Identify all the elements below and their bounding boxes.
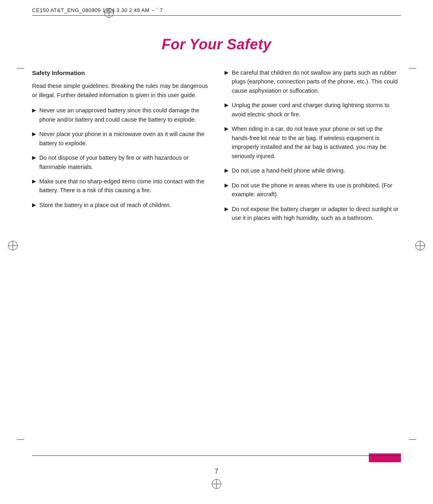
bullet-arrow-icon: ▶ [225,205,229,213]
bullet-text: Do not use a hand-held phone while drivi… [232,166,401,175]
bullet-arrow-icon: ▶ [225,181,229,189]
bullet-text: Be careful that children do not swallow … [232,68,401,95]
crosshair-mid-left [8,241,18,250]
page: CE150 AT&T_ENG_080909 1904.3.30 2:49 AM … [0,0,433,504]
intro-text: Read these simple guidelines. Breaking t… [32,81,208,100]
bullet-arrow-icon: ▶ [32,154,36,162]
footer-line [32,455,401,456]
accent-bar [369,453,401,462]
page-title: For Your Safety [0,36,433,53]
content-area: Safety Information Read these simple gui… [32,68,401,440]
bullet-text: Do not expose the battery charger or ada… [232,205,401,223]
list-item: ▶ Never place your phone in a microwave … [32,130,208,148]
bullet-text: Store the battery in a place out of reac… [39,201,208,209]
list-item: ▶ Do not dispose of your battery by fire… [32,153,208,171]
header-meta-text: CE150 AT&T_ENG_080909 1904.3.30 2:49 AM … [32,7,163,13]
bullet-arrow-icon: ▶ [32,201,36,209]
right-column: ▶ Be careful that children do not swallo… [225,68,401,440]
bullet-text: Never place your phone in a microwave ov… [39,130,208,148]
bullet-arrow-icon: ▶ [32,177,36,185]
bullet-text: Never use an unapproved battery since th… [39,106,208,124]
list-item: ▶ When riding in a car, do not leave you… [225,124,401,161]
list-item: ▶ Be careful that children do not swallo… [225,68,401,95]
page-number: 7 [215,468,219,475]
bullet-arrow-icon: ▶ [225,125,229,133]
list-item: ▶ Unplug the power cord and charger duri… [225,101,401,119]
section-title: Safety Information [32,68,208,77]
margin-mark-left-top [17,68,24,69]
list-item: ▶ Store the battery in a place out of re… [32,201,208,209]
list-item: ▶ Make sure that no sharp-edged items co… [32,177,208,195]
header-meta: CE150 AT&T_ENG_080909 1904.3.30 2:49 AM … [32,7,401,13]
right-bullet-list: ▶ Be careful that children do not swallo… [225,68,401,223]
left-bullet-list: ▶ Never use an unapproved battery since … [32,106,208,209]
bullet-arrow-icon: ▶ [225,167,229,175]
list-item: ▶ Do not expose the battery charger or a… [225,205,401,223]
left-column: Safety Information Read these simple gui… [32,68,208,440]
header-line [32,15,401,16]
bullet-text: Unplug the power cord and charger during… [232,101,401,119]
bullet-arrow-icon: ▶ [225,69,229,77]
crosshair-mid-right [415,241,425,250]
bullet-text: Make sure that no sharp-edged items come… [39,177,208,195]
bullet-arrow-icon: ▶ [32,130,36,138]
bullet-arrow-icon: ▶ [225,101,229,109]
bullet-text: When riding in a car, do not leave your … [232,124,401,161]
list-item: ▶ Do not use a hand-held phone while dri… [225,166,401,175]
margin-mark-right-bottom [409,439,416,440]
crosshair-bottom-center [212,479,221,489]
bullet-text: Do not use the phone in areas where its … [232,181,401,199]
list-item: ▶ Never use an unapproved battery since … [32,106,208,124]
list-item: ▶ Do not use the phone in areas where it… [225,181,401,199]
margin-mark-right-top [409,68,416,69]
margin-mark-left-bottom [17,439,24,440]
bullet-arrow-icon: ▶ [32,106,36,114]
crosshair-top-left [104,8,114,18]
bullet-text: Do not dispose of your battery by fire o… [39,153,208,171]
